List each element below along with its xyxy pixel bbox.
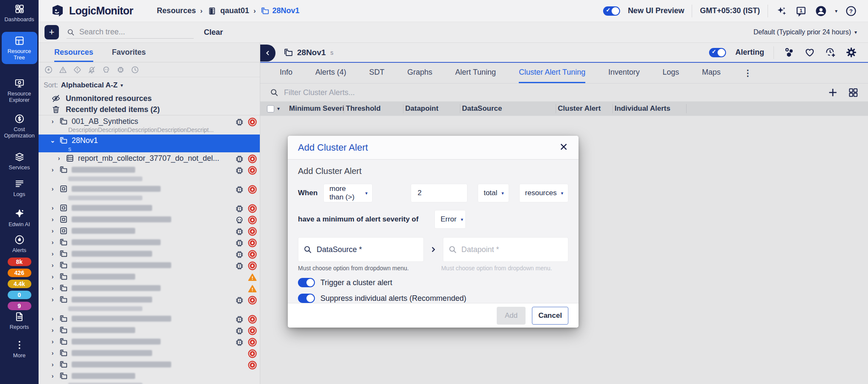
caret-collapsed-icon[interactable]: › [50,373,56,379]
dead-filter-icon[interactable] [102,65,111,74]
tree-row[interactable]: ›? [39,164,260,183]
timezone-label[interactable]: GMT+05:30 (IST) [700,6,760,15]
datasource-input[interactable] [317,245,418,254]
tab-inventory[interactable]: Inventory [608,63,640,83]
tree-row[interactable]: ›? [39,259,260,271]
caret-expanded-icon[interactable]: ⌄ [50,137,56,144]
caret-collapsed-icon[interactable]: › [50,205,56,211]
sidebar-item-reports[interactable]: Reports [2,311,37,330]
clear-search-button[interactable]: Clear [204,28,223,37]
sparkle-icon[interactable] [776,5,787,17]
column-header-datapoint[interactable]: Datapoint [403,104,460,113]
clock-plus-icon[interactable] [825,47,836,58]
logo[interactable]: LogicMonitor [50,4,133,18]
caret-collapsed-icon[interactable]: › [50,166,56,173]
sidebar-item-resource-explorer[interactable]: Resource Explorer [2,78,37,103]
severity-select[interactable]: Error▾ [434,210,466,229]
tree-utility-eye-slash[interactable]: Unmonitored resources [39,93,260,104]
caret-collapsed-icon[interactable]: › [50,239,56,246]
new-ui-preview-toggle[interactable]: ✓ [603,6,620,16]
card-view-icon[interactable] [848,87,859,98]
caret-collapsed-icon[interactable]: › [50,262,56,269]
caret-collapsed-icon[interactable]: › [50,361,56,368]
breadcrumb-leaf[interactable]: 28Nov1 [260,6,300,16]
tree-row[interactable]: › [39,359,260,370]
caret-collapsed-icon[interactable]: › [50,350,56,356]
avatar-caret-icon[interactable]: ▾ [835,8,837,14]
tab-graphs[interactable]: Graphs [407,63,432,83]
threshold-input[interactable] [411,184,467,202]
select-all-checkbox[interactable] [267,105,274,112]
caret-collapsed-icon[interactable]: › [50,327,56,334]
close-icon[interactable] [559,142,568,153]
sidebar-item-services[interactable]: Services [2,151,37,171]
collapse-tree-button[interactable] [260,45,275,62]
caret-collapsed-icon[interactable]: › [50,250,56,257]
sidebar-item-alerts[interactable]: Alerts [2,234,37,253]
avatar-icon[interactable] [815,5,827,17]
chevron-down-icon[interactable]: ▾ [277,106,280,112]
tab-alerts-4-[interactable]: Alerts (4) [315,63,346,83]
suppress-individual-alerts-toggle[interactable] [298,294,315,303]
column-header-cluster-alert[interactable]: Cluster Alert [556,104,613,113]
add-button[interactable]: Add [497,307,526,325]
alert-count-badge[interactable]: 8k [8,258,31,266]
sidebar-item-edwin-ai[interactable]: Edwin AI [2,208,37,227]
breadcrumb-resources[interactable]: Resources [157,6,196,15]
alert-count-badge[interactable]: 0 [8,291,31,299]
cancel-button[interactable]: Cancel [532,307,568,325]
tree-row-selected[interactable]: ⌄28Nov1s [39,135,260,152]
unit-select[interactable]: total▾ [478,184,509,202]
tree-row[interactable]: ›? [39,236,260,248]
caret-collapsed-icon[interactable]: › [50,285,56,292]
tree-row[interactable]: ›? [39,248,260,259]
caret-collapsed-icon[interactable]: › [50,315,56,322]
tree-row[interactable]: ›001_AB_SyntheticsDescriptionDescription… [39,115,260,135]
caret-collapsed-icon[interactable]: › [50,185,56,192]
error-filter-icon[interactable] [73,65,82,74]
unmonitored-filter-icon[interactable]: ? [116,65,125,74]
tree-row[interactable]: ›? [39,225,260,236]
time-range-select[interactable]: Default (Typically prior 24 hours) ▾ [754,28,857,36]
column-header-threshold[interactable]: Threshold [344,104,403,113]
datapoint-input[interactable] [462,245,563,254]
tree-row[interactable]: ›? [39,202,260,213]
tree-row[interactable]: ›report_mb_collector_37707_do_not_del...… [39,152,260,164]
column-header-individual-alerts[interactable]: Individual Alerts [613,104,687,113]
heart-icon[interactable] [804,47,815,58]
tree-row[interactable]: ›? [39,313,260,324]
tree-tab-favorites[interactable]: Favorites [112,48,146,62]
tree-row[interactable]: ›? [39,336,260,347]
tree-row[interactable]: › [39,370,260,384]
sidebar-item-logs[interactable]: Logs [2,178,37,197]
tree-row[interactable]: ›? [39,294,260,313]
sidebar-item-dashboards[interactable]: Dashboards [2,3,37,22]
tab-cluster-alert-tuning[interactable]: Cluster Alert Tuning [519,63,585,83]
topology-icon[interactable] [783,47,795,58]
alerting-toggle[interactable]: ✓ [709,48,726,57]
gear-icon[interactable] [846,47,857,58]
tree-row[interactable]: › [39,213,260,225]
caret-collapsed-icon[interactable]: › [50,338,56,345]
add-cluster-alert-icon[interactable] [827,87,838,98]
help-icon[interactable]: ? [845,5,857,17]
tabs-overflow-menu[interactable]: ⋮ [743,68,752,78]
tree-row[interactable]: ›? [39,324,260,336]
tree-row[interactable]: › [39,282,260,294]
warning-filter-icon[interactable] [58,65,67,74]
caret-collapsed-icon[interactable]: › [50,296,56,303]
sdt-filter-icon[interactable] [87,65,96,74]
caret-collapsed-icon[interactable]: › [50,227,56,234]
scope-select[interactable]: resources▾ [519,184,568,202]
column-header-datasource[interactable]: DataSource [460,104,556,113]
column-header-minimum-severity[interactable]: Minimum Severity [287,104,344,113]
critical-filter-icon[interactable] [44,65,53,74]
caret-collapsed-icon[interactable]: › [50,216,56,223]
caret-collapsed-icon[interactable]: › [50,118,56,125]
add-resource-button[interactable]: + [45,25,59,39]
alert-count-badge[interactable]: 426 [8,269,31,277]
tree-search-input[interactable] [79,28,177,36]
comparator-select[interactable]: more than (>)▾ [323,184,373,202]
comment-icon[interactable]: 1 [795,5,807,17]
sidebar-item-resource-tree[interactable]: Resource Tree [2,32,37,64]
